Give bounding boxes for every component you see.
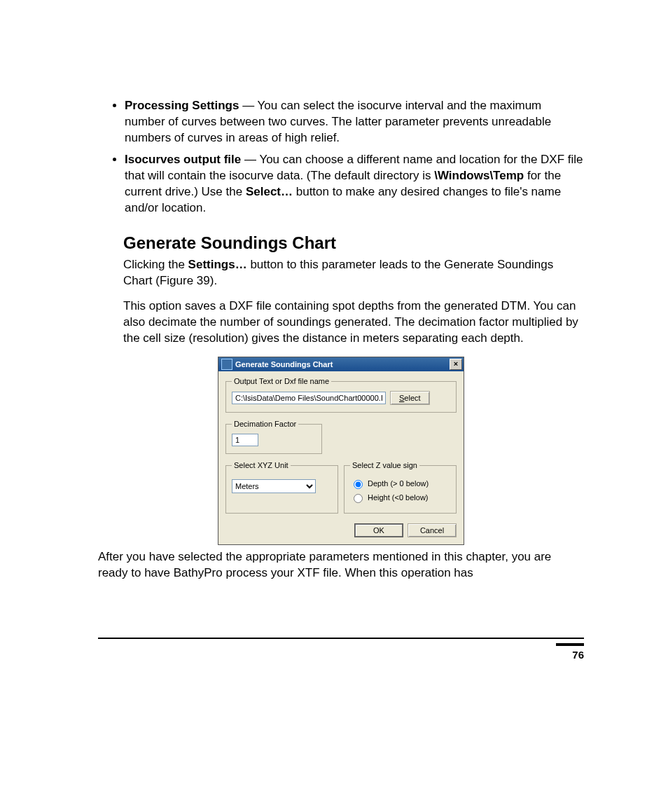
dialog-title-text: Generate Soundings Chart [235, 360, 450, 369]
generate-soundings-dialog: Generate Soundings Chart × Output Text o… [218, 357, 464, 545]
app-icon [221, 359, 232, 370]
dialog-titlebar[interactable]: Generate Soundings Chart × [218, 357, 464, 371]
radio-height-label: Height (<0 below) [368, 493, 429, 502]
bullet-title: Isocurves output file [125, 153, 241, 166]
decimation-group: Decimation Factor [225, 420, 322, 454]
xyz-unit-select[interactable]: Meters [232, 479, 316, 493]
decimation-legend: Decimation Factor [232, 420, 298, 428]
ok-button[interactable]: OK [354, 523, 403, 537]
paragraph-1: Clicking the Settings… button to this pa… [123, 257, 584, 289]
z-sign-legend: Select Z value sign [350, 461, 419, 469]
radio-height[interactable] [354, 494, 363, 503]
paragraph-3: After you have selected the appropriate … [98, 549, 584, 582]
output-filepath-input[interactable] [232, 392, 386, 404]
xyz-unit-legend: Select XYZ Unit [232, 461, 291, 469]
cancel-button[interactable]: Cancel [408, 523, 457, 537]
select-file-button[interactable]: Select [390, 391, 430, 405]
decimation-input[interactable] [232, 434, 258, 446]
document-page: Processing Settings — You can select the… [0, 0, 668, 703]
output-file-group: Output Text or Dxf file name Select [225, 377, 457, 413]
output-file-legend: Output Text or Dxf file name [232, 377, 331, 385]
p1-pre: Clicking the [123, 258, 188, 271]
bullet-item-processing: Processing Settings — You can select the… [125, 98, 584, 146]
bullet-list: Processing Settings — You can select the… [98, 98, 584, 216]
xyz-unit-group: Select XYZ Unit Meters [225, 461, 338, 514]
radio-depth[interactable] [354, 480, 363, 489]
close-icon[interactable]: × [450, 359, 462, 370]
z-sign-group: Select Z value sign Depth (> 0 below) He… [344, 461, 457, 514]
select-label: Select… [246, 185, 293, 198]
radio-depth-label: Depth (> 0 below) [368, 479, 429, 488]
footer-rule [98, 638, 584, 639]
paragraph-2: This option saves a DXF file containing … [123, 298, 584, 347]
path-text: \Windows\Temp [434, 169, 524, 182]
bullet-title: Processing Settings [125, 99, 239, 112]
p1-bold: Settings… [188, 258, 247, 271]
dialog-body: Output Text or Dxf file name Select Deci… [218, 371, 464, 544]
footer-accent-rule [556, 643, 584, 646]
page-number: 76 [98, 649, 584, 661]
section-heading: Generate Soundings Chart [123, 233, 584, 253]
bullet-item-isocurves: Isocurves output file — You can choose a… [125, 152, 584, 216]
